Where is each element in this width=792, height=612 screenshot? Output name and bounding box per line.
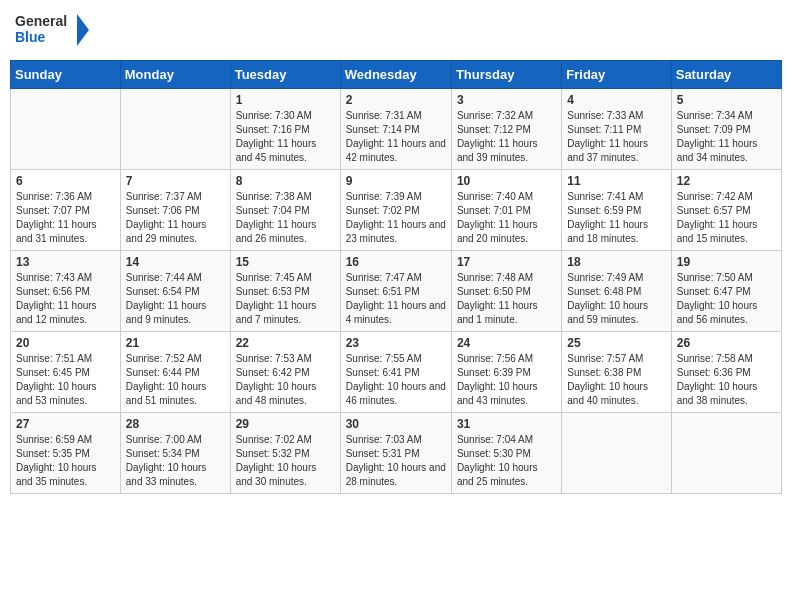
calendar-cell: 27Sunrise: 6:59 AM Sunset: 5:35 PM Dayli…: [11, 413, 121, 494]
calendar-cell: 16Sunrise: 7:47 AM Sunset: 6:51 PM Dayli…: [340, 251, 451, 332]
calendar-cell: 20Sunrise: 7:51 AM Sunset: 6:45 PM Dayli…: [11, 332, 121, 413]
calendar-cell: 14Sunrise: 7:44 AM Sunset: 6:54 PM Dayli…: [120, 251, 230, 332]
calendar-cell: 3Sunrise: 7:32 AM Sunset: 7:12 PM Daylig…: [451, 89, 561, 170]
day-number: 10: [457, 174, 556, 188]
col-header-monday: Monday: [120, 61, 230, 89]
day-info: Sunrise: 7:31 AM Sunset: 7:14 PM Dayligh…: [346, 109, 446, 165]
calendar-cell: 25Sunrise: 7:57 AM Sunset: 6:38 PM Dayli…: [562, 332, 671, 413]
day-info: Sunrise: 7:57 AM Sunset: 6:38 PM Dayligh…: [567, 352, 665, 408]
day-number: 12: [677, 174, 776, 188]
calendar-cell: [671, 413, 781, 494]
day-number: 26: [677, 336, 776, 350]
day-number: 29: [236, 417, 335, 431]
day-info: Sunrise: 7:32 AM Sunset: 7:12 PM Dayligh…: [457, 109, 556, 165]
day-info: Sunrise: 7:02 AM Sunset: 5:32 PM Dayligh…: [236, 433, 335, 489]
calendar-cell: 31Sunrise: 7:04 AM Sunset: 5:30 PM Dayli…: [451, 413, 561, 494]
day-info: Sunrise: 7:48 AM Sunset: 6:50 PM Dayligh…: [457, 271, 556, 327]
day-number: 8: [236, 174, 335, 188]
calendar-cell: 9Sunrise: 7:39 AM Sunset: 7:02 PM Daylig…: [340, 170, 451, 251]
calendar-cell: 8Sunrise: 7:38 AM Sunset: 7:04 PM Daylig…: [230, 170, 340, 251]
day-number: 28: [126, 417, 225, 431]
day-number: 3: [457, 93, 556, 107]
day-number: 16: [346, 255, 446, 269]
day-info: Sunrise: 7:56 AM Sunset: 6:39 PM Dayligh…: [457, 352, 556, 408]
day-info: Sunrise: 7:37 AM Sunset: 7:06 PM Dayligh…: [126, 190, 225, 246]
day-info: Sunrise: 7:50 AM Sunset: 6:47 PM Dayligh…: [677, 271, 776, 327]
day-number: 18: [567, 255, 665, 269]
day-number: 7: [126, 174, 225, 188]
day-info: Sunrise: 7:00 AM Sunset: 5:34 PM Dayligh…: [126, 433, 225, 489]
svg-text:General: General: [15, 13, 67, 29]
day-number: 2: [346, 93, 446, 107]
day-info: Sunrise: 7:38 AM Sunset: 7:04 PM Dayligh…: [236, 190, 335, 246]
calendar-cell: [120, 89, 230, 170]
calendar-cell: 2Sunrise: 7:31 AM Sunset: 7:14 PM Daylig…: [340, 89, 451, 170]
day-number: 25: [567, 336, 665, 350]
calendar-table: SundayMondayTuesdayWednesdayThursdayFrid…: [10, 60, 782, 494]
day-number: 11: [567, 174, 665, 188]
day-number: 31: [457, 417, 556, 431]
calendar-cell: 26Sunrise: 7:58 AM Sunset: 6:36 PM Dayli…: [671, 332, 781, 413]
calendar-cell: 7Sunrise: 7:37 AM Sunset: 7:06 PM Daylig…: [120, 170, 230, 251]
day-info: Sunrise: 6:59 AM Sunset: 5:35 PM Dayligh…: [16, 433, 115, 489]
calendar-week-row: 6Sunrise: 7:36 AM Sunset: 7:07 PM Daylig…: [11, 170, 782, 251]
day-number: 6: [16, 174, 115, 188]
calendar-week-row: 1Sunrise: 7:30 AM Sunset: 7:16 PM Daylig…: [11, 89, 782, 170]
day-info: Sunrise: 7:58 AM Sunset: 6:36 PM Dayligh…: [677, 352, 776, 408]
day-number: 17: [457, 255, 556, 269]
day-number: 19: [677, 255, 776, 269]
day-info: Sunrise: 7:47 AM Sunset: 6:51 PM Dayligh…: [346, 271, 446, 327]
day-number: 5: [677, 93, 776, 107]
calendar-cell: 5Sunrise: 7:34 AM Sunset: 7:09 PM Daylig…: [671, 89, 781, 170]
calendar-cell: 15Sunrise: 7:45 AM Sunset: 6:53 PM Dayli…: [230, 251, 340, 332]
day-info: Sunrise: 7:45 AM Sunset: 6:53 PM Dayligh…: [236, 271, 335, 327]
day-number: 21: [126, 336, 225, 350]
day-info: Sunrise: 7:36 AM Sunset: 7:07 PM Dayligh…: [16, 190, 115, 246]
calendar-week-row: 27Sunrise: 6:59 AM Sunset: 5:35 PM Dayli…: [11, 413, 782, 494]
day-number: 27: [16, 417, 115, 431]
day-info: Sunrise: 7:04 AM Sunset: 5:30 PM Dayligh…: [457, 433, 556, 489]
calendar-cell: 22Sunrise: 7:53 AM Sunset: 6:42 PM Dayli…: [230, 332, 340, 413]
day-info: Sunrise: 7:42 AM Sunset: 6:57 PM Dayligh…: [677, 190, 776, 246]
calendar-cell: 18Sunrise: 7:49 AM Sunset: 6:48 PM Dayli…: [562, 251, 671, 332]
calendar-cell: 24Sunrise: 7:56 AM Sunset: 6:39 PM Dayli…: [451, 332, 561, 413]
day-number: 4: [567, 93, 665, 107]
col-header-friday: Friday: [562, 61, 671, 89]
calendar-cell: 28Sunrise: 7:00 AM Sunset: 5:34 PM Dayli…: [120, 413, 230, 494]
day-number: 24: [457, 336, 556, 350]
day-number: 9: [346, 174, 446, 188]
logo: GeneralBlue: [15, 10, 95, 50]
logo-icon: GeneralBlue: [15, 10, 95, 50]
calendar-header-row: SundayMondayTuesdayWednesdayThursdayFrid…: [11, 61, 782, 89]
page-header: GeneralBlue: [10, 10, 782, 50]
calendar-cell: [562, 413, 671, 494]
day-info: Sunrise: 7:30 AM Sunset: 7:16 PM Dayligh…: [236, 109, 335, 165]
calendar-cell: 11Sunrise: 7:41 AM Sunset: 6:59 PM Dayli…: [562, 170, 671, 251]
calendar-cell: 19Sunrise: 7:50 AM Sunset: 6:47 PM Dayli…: [671, 251, 781, 332]
col-header-sunday: Sunday: [11, 61, 121, 89]
day-number: 20: [16, 336, 115, 350]
calendar-cell: 6Sunrise: 7:36 AM Sunset: 7:07 PM Daylig…: [11, 170, 121, 251]
day-info: Sunrise: 7:34 AM Sunset: 7:09 PM Dayligh…: [677, 109, 776, 165]
day-info: Sunrise: 7:52 AM Sunset: 6:44 PM Dayligh…: [126, 352, 225, 408]
calendar-week-row: 13Sunrise: 7:43 AM Sunset: 6:56 PM Dayli…: [11, 251, 782, 332]
calendar-cell: 10Sunrise: 7:40 AM Sunset: 7:01 PM Dayli…: [451, 170, 561, 251]
calendar-week-row: 20Sunrise: 7:51 AM Sunset: 6:45 PM Dayli…: [11, 332, 782, 413]
day-info: Sunrise: 7:44 AM Sunset: 6:54 PM Dayligh…: [126, 271, 225, 327]
day-number: 23: [346, 336, 446, 350]
day-info: Sunrise: 7:51 AM Sunset: 6:45 PM Dayligh…: [16, 352, 115, 408]
day-info: Sunrise: 7:55 AM Sunset: 6:41 PM Dayligh…: [346, 352, 446, 408]
day-info: Sunrise: 7:41 AM Sunset: 6:59 PM Dayligh…: [567, 190, 665, 246]
calendar-cell: 1Sunrise: 7:30 AM Sunset: 7:16 PM Daylig…: [230, 89, 340, 170]
calendar-cell: 21Sunrise: 7:52 AM Sunset: 6:44 PM Dayli…: [120, 332, 230, 413]
calendar-cell: 13Sunrise: 7:43 AM Sunset: 6:56 PM Dayli…: [11, 251, 121, 332]
col-header-tuesday: Tuesday: [230, 61, 340, 89]
day-info: Sunrise: 7:49 AM Sunset: 6:48 PM Dayligh…: [567, 271, 665, 327]
day-number: 30: [346, 417, 446, 431]
calendar-cell: 30Sunrise: 7:03 AM Sunset: 5:31 PM Dayli…: [340, 413, 451, 494]
col-header-thursday: Thursday: [451, 61, 561, 89]
day-number: 22: [236, 336, 335, 350]
day-number: 13: [16, 255, 115, 269]
day-info: Sunrise: 7:40 AM Sunset: 7:01 PM Dayligh…: [457, 190, 556, 246]
day-info: Sunrise: 7:43 AM Sunset: 6:56 PM Dayligh…: [16, 271, 115, 327]
